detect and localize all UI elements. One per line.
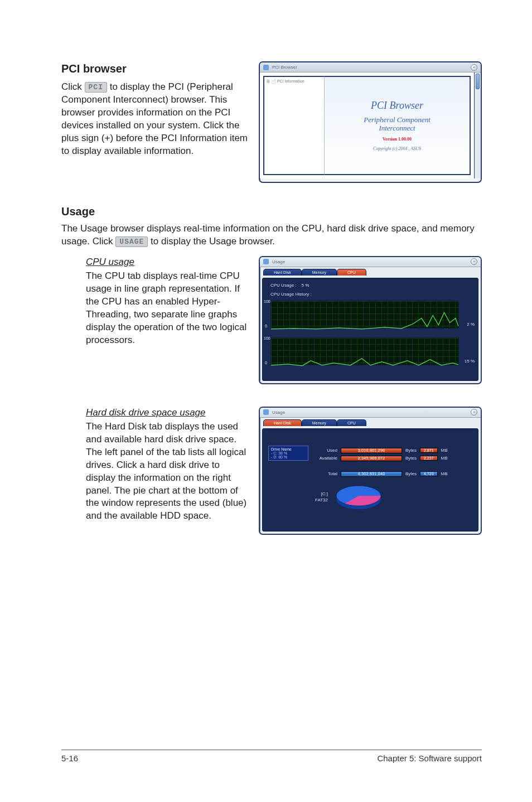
tab-cpu[interactable]: CPU — [337, 269, 366, 276]
used-label: Used — [315, 448, 337, 453]
cpu-window-titlebar: Usage × — [260, 257, 481, 267]
hdd-tabs: Hard Disk Memory CPU — [263, 417, 481, 426]
cpu-subheading: CPU usage — [86, 256, 249, 269]
pie-labels: [C:] FAT32 — [315, 491, 328, 503]
cpu-paragraph: The CPU tab displays real-time CPU usage… — [86, 270, 249, 347]
cpu-y100-1: 100 — [264, 299, 270, 303]
hdd-right-panel: Used 3,010,801,296 Bytes 2,871 MB Availa… — [308, 429, 478, 531]
used-tag: 2,871 — [420, 448, 438, 453]
used-tag-unit: MB — [441, 448, 448, 453]
cpu-usage-window: Usage × Hard Disk Memory CPU CPU Usage :… — [259, 256, 482, 384]
total-unit: Bytes — [405, 471, 417, 476]
close-icon[interactable]: × — [471, 409, 477, 416]
pci-window-title: PCI Browser — [272, 65, 297, 70]
pci-para-pre: Click — [61, 81, 85, 92]
total-tag: 4,723 — [420, 471, 438, 476]
pci-version: Version 1.00.00 — [383, 137, 412, 142]
cpu-y100-2: 100 — [264, 336, 270, 340]
pci-main-subtitle: Peripheral Component Interconnect — [364, 116, 431, 132]
cpu-usage-value: 5 % — [302, 283, 309, 288]
hdd-body: Drive Name - C: 38 % - D: 80 % Used 3,01… — [262, 428, 478, 532]
pci-para-post: to display the PCI (Peripheral Component… — [61, 81, 248, 156]
pci-scrollbar[interactable] — [474, 73, 481, 178]
tab-memory[interactable]: Memory — [302, 419, 337, 426]
total-label: Total — [315, 471, 337, 476]
used-bar: 3,010,801,296 — [341, 448, 402, 453]
page-footer: 5-16 Chapter 5: Software support — [61, 750, 482, 763]
close-icon[interactable]: × — [471, 64, 477, 71]
pci-chip-button[interactable]: PCI — [85, 82, 107, 93]
cpu-tabs: Hard Disk Memory CPU — [263, 267, 481, 276]
cpu-pct-2: 15 % — [465, 359, 475, 364]
pci-main-panel: PCI Browser Peripheral Component Interco… — [325, 76, 471, 175]
tab-harddisk[interactable]: Hard Disk — [263, 419, 302, 426]
pci-browser-window: PCI Browser × ⊞ 📄 PCI Information PCI Br… — [259, 61, 482, 183]
avail-label: Available — [315, 456, 337, 461]
pci-tree-panel[interactable]: ⊞ 📄 PCI Information — [263, 76, 325, 175]
usage-para-post: to display the Usage browser. — [151, 236, 275, 247]
row-available: Available 2,345,989,072 Bytes 2,237 MB — [315, 456, 471, 461]
usage-paragraph: The Usage browser displays real-time inf… — [61, 223, 482, 248]
tab-harddisk[interactable]: Hard Disk — [263, 269, 302, 276]
cpu-line-1 — [271, 301, 458, 330]
pie-chart-icon — [333, 481, 384, 513]
pci-tree-root[interactable]: ⊞ 📄 PCI Information — [267, 79, 304, 83]
cpu-graph-1 — [270, 301, 459, 328]
pci-main-title: PCI Browser — [371, 100, 423, 112]
total-tag-unit: MB — [441, 471, 448, 476]
usage-chip-button[interactable]: USAGE — [115, 236, 148, 248]
app-icon — [263, 65, 269, 70]
hdd-window-title: Usage — [272, 410, 285, 415]
avail-unit: Bytes — [405, 456, 417, 461]
cpu-pct-1: 2 % — [467, 322, 475, 327]
drive-d[interactable]: - D: 80 % — [271, 455, 306, 459]
app-icon — [263, 409, 269, 415]
tab-cpu[interactable]: CPU — [337, 419, 366, 426]
cpu-window-title: Usage — [272, 259, 285, 264]
drive-c[interactable]: - C: 38 % — [271, 451, 306, 455]
drive-list: Drive Name - C: 38 % - D: 80 % — [268, 446, 308, 531]
app-icon — [263, 259, 269, 264]
cpu-graph-2 — [270, 337, 459, 365]
pie-fs-label: FAT32 — [315, 497, 328, 503]
cpu-history-label: CPU Usage History : — [270, 292, 312, 297]
drive-chip[interactable]: Drive Name - C: 38 % - D: 80 % — [268, 446, 308, 461]
avail-tag-unit: MB — [441, 456, 448, 461]
cpu-usage-label: CPU Usage : 5 % — [270, 283, 309, 288]
hdd-usage-window: Usage × Hard Disk Memory CPU Drive Name … — [259, 407, 482, 535]
pci-paragraph: Click PCI to display the PCI (Peripheral… — [61, 81, 249, 158]
pci-copyright: Copyright (c) 2004 , ASUS — [373, 146, 421, 151]
used-unit: Bytes — [405, 448, 417, 453]
cpu-y0-2: 0 — [265, 361, 267, 365]
pci-heading: PCI browser — [61, 61, 249, 76]
avail-bar: 2,345,989,072 — [341, 456, 402, 461]
cpu-y0-1: 0 — [265, 324, 267, 328]
window-dots — [260, 534, 481, 535]
avail-tag: 2,237 — [420, 456, 438, 461]
cpu-line-2 — [271, 338, 458, 366]
usage-heading: Usage — [61, 205, 482, 218]
hdd-subheading: Hard disk drive space usage — [86, 407, 249, 419]
hdd-window-titlebar: Usage × — [260, 408, 481, 418]
cpu-body: CPU Usage : 5 % CPU Usage History : 100 … — [262, 278, 478, 381]
tab-memory[interactable]: Memory — [302, 269, 337, 276]
pie-row: [C:] FAT32 — [315, 481, 471, 513]
pie-drive-label: [C:] — [315, 491, 328, 497]
drive-header: Drive Name — [271, 447, 306, 451]
window-dots — [260, 383, 481, 384]
row-total: Total 4,302,831,040 Bytes 4,723 MB — [315, 471, 471, 477]
row-used: Used 3,010,801,296 Bytes 2,871 MB — [315, 448, 471, 453]
pci-window-titlebar: PCI Browser × — [260, 62, 481, 73]
close-icon[interactable]: × — [471, 258, 477, 265]
hdd-paragraph: The Hard Disk tab displays the used and … — [86, 421, 249, 523]
total-bar: 4,302,831,040 — [341, 471, 402, 477]
chapter-label: Chapter 5: Software support — [377, 753, 482, 763]
page-number: 5-16 — [61, 753, 78, 763]
